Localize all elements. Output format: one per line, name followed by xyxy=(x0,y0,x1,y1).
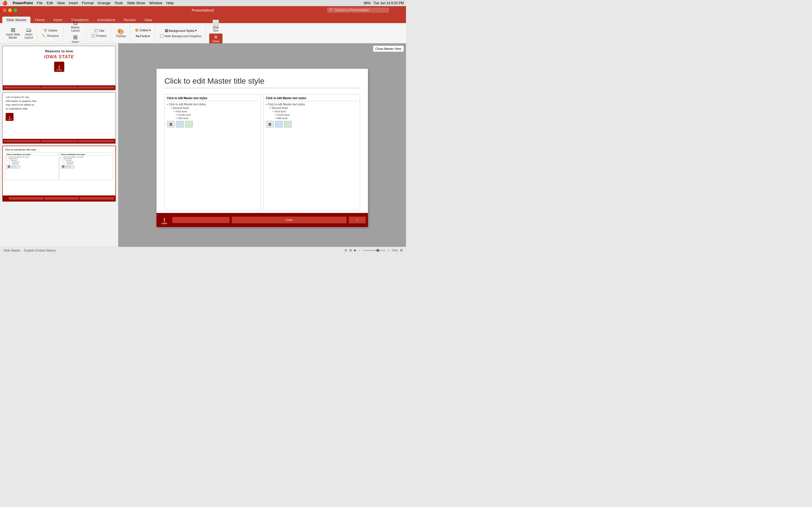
themes-button[interactable]: 🎨 Themes xyxy=(114,28,128,39)
tab-insert[interactable]: Insert xyxy=(49,17,66,23)
tab-animations[interactable]: Animations xyxy=(93,17,119,23)
search-input[interactable] xyxy=(335,8,386,12)
footers-checkbox-item[interactable]: Footers xyxy=(90,34,108,38)
tabbar: Slide Master Home Insert Transitions Ani… xyxy=(0,14,406,23)
slide3-footer: I xyxy=(3,195,115,201)
menu-window[interactable]: Window xyxy=(149,1,162,5)
zoom-in-icon[interactable]: + xyxy=(388,249,389,252)
menu-slideshow[interactable]: Slide Show xyxy=(127,1,145,5)
footer-rect-2b xyxy=(41,140,78,142)
menubar-right: 88% Tue Jun 14 8:32 PM xyxy=(364,1,404,5)
titlebar: Presentation2 🔍 xyxy=(0,6,406,14)
hide-bg-graphics-item[interactable]: Hide Background Graphics xyxy=(158,34,203,38)
ribbon-group-colors-fonts: 🎨 Colors ▾ Aa Fonts ▾ xyxy=(131,24,155,42)
slide3-footer-rect3 xyxy=(80,197,114,200)
zoom-slider[interactable] xyxy=(363,250,386,251)
menu-file[interactable]: File xyxy=(37,1,43,5)
ribbon: ⊞ Insert SlideMaster 🗂 InsertLayout ✂️ D… xyxy=(0,23,406,43)
view-slideshow-icon[interactable]: ▶ xyxy=(354,248,356,252)
window-title: Presentation2 xyxy=(192,8,214,12)
statusbar-view: Slide Master xyxy=(3,249,20,252)
slide-thumbnail-3[interactable]: Click to edit Master title style Click t… xyxy=(2,146,116,202)
menu-help[interactable]: Help xyxy=(166,1,174,5)
delete-button[interactable]: ✂️ Delete xyxy=(42,28,59,33)
iowa-logo-1: I STATE xyxy=(54,62,64,72)
slide-size-button[interactable]: ⬜ SlideSize xyxy=(210,19,221,33)
tab-slide-master[interactable]: Slide Master xyxy=(2,17,31,23)
insert-layout-label: InsertLayout xyxy=(24,33,33,39)
search-box[interactable]: 🔍 xyxy=(327,8,389,13)
app-name[interactable]: PowerPoint xyxy=(13,1,33,5)
zoom-button[interactable] xyxy=(13,8,17,12)
footer-rect-2a xyxy=(4,140,40,142)
title-checkbox-item[interactable]: Title xyxy=(93,29,106,33)
fonts-dropdown[interactable]: Aa Fonts ▾ xyxy=(134,34,152,39)
col1-item-2: Second level xyxy=(167,107,259,110)
menu-format[interactable]: Format xyxy=(82,1,93,5)
ph-icon-1: 🖼 xyxy=(6,165,11,169)
menu-tools[interactable]: Tools xyxy=(114,1,123,5)
insert-layout-button[interactable]: 🗂 InsertLayout xyxy=(23,26,35,40)
search-icon: 🔍 xyxy=(329,8,334,12)
slide-thumbnail-1[interactable]: Reasons to love IOWA STATE I STATE xyxy=(2,46,116,91)
col1-item-3: Third level xyxy=(167,110,259,113)
menubar: 🍎 PowerPoint File Edit View Insert Forma… xyxy=(0,0,406,6)
tab-view[interactable]: View xyxy=(140,17,156,23)
col2-heading: Click to edit Master text styles xyxy=(266,97,357,101)
ph-icon-5 xyxy=(66,165,70,168)
col2-ph-icon-1: 🖼 xyxy=(266,121,274,128)
insert-slide-master-label: Insert SlideMaster xyxy=(6,33,20,39)
svg-text:STATE: STATE xyxy=(56,69,62,71)
background-styles-dropdown[interactable]: 🖼 Background Styles ▾ xyxy=(163,28,199,33)
ribbon-group-edit-master: ⊞ Insert SlideMaster 🗂 InsertLayout xyxy=(2,24,37,42)
hide-bg-checkbox[interactable] xyxy=(160,34,163,38)
ribbon-group-slide-close: ⬜ SlideSize ✕ CloseMaster xyxy=(207,24,225,42)
master-layout-button[interactable]: ⊟ MasterLayout xyxy=(70,19,81,33)
slide-thumbnail-2[interactable]: Lots of space for anyinformation or grap… xyxy=(2,92,116,144)
title-checkbox[interactable] xyxy=(94,29,98,33)
delete-icon: ✂️ xyxy=(43,29,47,33)
iowa-state-logo-main: I STATE xyxy=(159,214,170,226)
menu-arrange[interactable]: Arrange xyxy=(98,1,110,5)
fonts-chevron-icon: ▾ xyxy=(148,34,150,38)
master-title-area[interactable]: Click to edit Master title style xyxy=(164,76,360,88)
menu-edit[interactable]: Edit xyxy=(47,1,53,5)
insert-slide-master-icon: ⊞ xyxy=(11,27,15,33)
menu-insert[interactable]: Insert xyxy=(69,1,78,5)
view-grid-icon[interactable]: ⊞ xyxy=(349,248,352,252)
footer-rect-2c xyxy=(78,140,114,142)
zoom-out-icon[interactable]: − xyxy=(359,249,360,252)
content-col-1[interactable]: Click to edit Master text styles Click t… xyxy=(164,94,261,210)
slide-size-label: SlideSize xyxy=(213,26,219,32)
close-master-icon: ✕ xyxy=(214,35,218,40)
fit-window-icon[interactable]: ⊠ xyxy=(400,248,403,252)
col1-item-1: Click to edit Master text styles xyxy=(167,103,259,106)
colors-dropdown[interactable]: 🎨 Colors ▾ xyxy=(133,27,153,33)
svg-text:I: I xyxy=(9,115,10,119)
close-master-view-button[interactable]: Close Master View xyxy=(373,46,404,52)
content-col-2[interactable]: Click to edit Master text styles Click t… xyxy=(263,94,360,210)
col1-ph-icon-2 xyxy=(176,121,184,128)
slide1-title-main: IOWA STATE xyxy=(6,54,112,59)
svg-text:STATE: STATE xyxy=(161,223,167,224)
menu-view[interactable]: View xyxy=(57,1,65,5)
rename-button[interactable]: ✏️ Rename xyxy=(40,34,61,38)
slide-canvas[interactable]: Click to edit Master title style Click t… xyxy=(156,69,368,227)
col2-placeholder-icons: 🖼 xyxy=(266,121,357,128)
footers-label: Footers xyxy=(96,34,107,38)
minimize-button[interactable] xyxy=(8,8,12,12)
insert-slide-master-button[interactable]: ⊞ Insert SlideMaster xyxy=(4,26,21,40)
fonts-label: Fonts xyxy=(140,34,148,38)
view-normal-icon[interactable]: ⊟ xyxy=(345,248,347,252)
tab-home[interactable]: Home xyxy=(31,17,49,23)
apple-menu[interactable]: 🍎 xyxy=(2,1,8,6)
col1-item-4: Fourth level xyxy=(167,114,259,116)
close-button[interactable] xyxy=(3,8,6,12)
tab-review[interactable]: Review xyxy=(120,17,140,23)
footer-center-text: Footer xyxy=(232,217,347,223)
background-styles-label: Background Styles xyxy=(168,29,195,33)
slide3-footer-rect1 xyxy=(9,197,43,200)
footers-checkbox[interactable] xyxy=(92,34,95,38)
themes-label: Themes xyxy=(116,35,126,38)
slide3-col2-list: Click to edit Master text styles Second … xyxy=(61,156,112,165)
